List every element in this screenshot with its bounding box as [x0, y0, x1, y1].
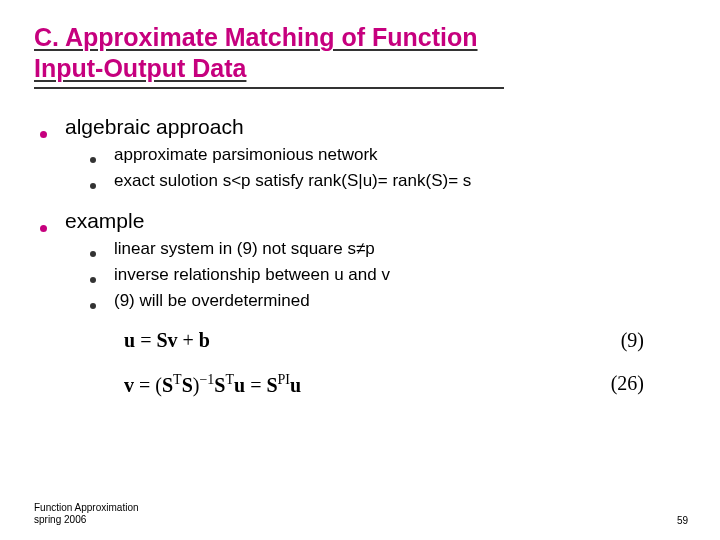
section2-item-0: linear system in (9) not square s≠p: [114, 239, 375, 259]
bullet-level1: algebraic approach: [40, 115, 686, 139]
bullet-icon: [40, 131, 47, 138]
equation-number-9: (9): [621, 329, 644, 352]
bullet-icon: [90, 157, 96, 163]
section1-item-1: exact sulotion s<p satisfy rank(S|u)= ra…: [114, 171, 471, 191]
section-example: example linear system in (9) not square …: [34, 209, 686, 311]
footer-line2: spring 2006: [34, 514, 139, 526]
section2-heading: example: [65, 209, 144, 233]
bullet-level2: exact sulotion s<p satisfy rank(S|u)= ra…: [90, 171, 686, 191]
footer-line1: Function Approximation: [34, 502, 139, 514]
equation-9: u = Sv + b (9): [124, 329, 644, 352]
bullet-level1: example: [40, 209, 686, 233]
bullet-level2: (9) will be overdetermined: [90, 291, 686, 311]
bullet-icon: [90, 303, 96, 309]
bullet-icon: [90, 183, 96, 189]
equation-block: u = Sv + b (9) v = (STS)−1STu = SPIu (26…: [124, 329, 644, 397]
section1-item-0: approximate parsimonious network: [114, 145, 378, 165]
section2-item-1: inverse relationship between u and v: [114, 265, 390, 285]
page-number: 59: [677, 515, 688, 526]
equation-26: v = (STS)−1STu = SPIu (26): [124, 372, 644, 397]
bullet-level2: inverse relationship between u and v: [90, 265, 686, 285]
footer: Function Approximation spring 2006: [34, 502, 139, 526]
slide-title: C. Approximate Matching of Function Inpu…: [34, 22, 504, 89]
bullet-icon: [40, 225, 47, 232]
equation-number-26: (26): [611, 372, 644, 395]
section2-item-2: (9) will be overdetermined: [114, 291, 310, 311]
section-algebraic: algebraic approach approximate parsimoni…: [34, 115, 686, 191]
bullet-level2: linear system in (9) not square s≠p: [90, 239, 686, 259]
bullet-icon: [90, 251, 96, 257]
bullet-icon: [90, 277, 96, 283]
bullet-level2: approximate parsimonious network: [90, 145, 686, 165]
section1-heading: algebraic approach: [65, 115, 244, 139]
